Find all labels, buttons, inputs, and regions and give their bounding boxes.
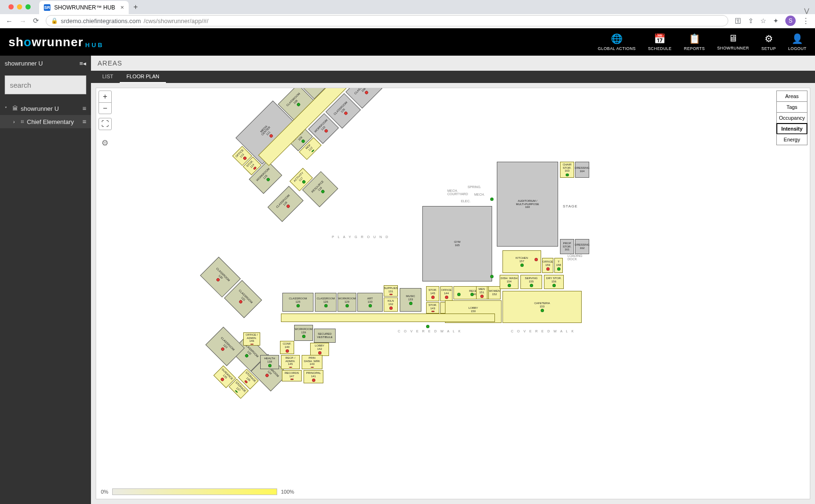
status-dot [311, 367, 314, 368]
room-163[interactable]: CHAIR STOR. 163 [560, 162, 574, 178]
room-138[interactable]: HEALTH 138 [260, 355, 279, 369]
room-corridor[interactable] [281, 314, 495, 322]
sidebar-item-showrunner-u[interactable]: ˅🏛showrunner U≡ [0, 102, 91, 115]
tree-node-icon: ⌗ [21, 118, 24, 125]
zoom-in-button[interactable]: + [99, 91, 111, 102]
layer-toggle-energy[interactable]: Energy [776, 134, 807, 145]
room-139[interactable]: WORKROOM 139 [294, 325, 313, 341]
status-dot [369, 304, 372, 307]
room-155[interactable]: SERVING 155 [520, 275, 542, 289]
status-dot [566, 174, 569, 176]
maximize-window-icon[interactable] [25, 4, 31, 9]
mech-courtyard-label: MECH. COURTYARD [447, 189, 468, 196]
room-164[interactable]: DRESSING 164 [575, 162, 589, 178]
room-160[interactable]: AUDITORIUM / MULTI-PURPOSE 160 [497, 162, 558, 247]
room-154[interactable]: DISH. WASH 154 [500, 275, 519, 289]
room-146[interactable]: OFFICE / ADMIN. 146 [243, 332, 260, 346]
key-icon[interactable]: ⚿ [735, 17, 741, 25]
room-153[interactable]: CAFETERIA 153 [502, 291, 582, 323]
room-label: DISH. WASH 154 [501, 277, 517, 283]
room-144[interactable]: OFFICE 144 [440, 286, 453, 301]
profile-avatar[interactable]: S [785, 16, 796, 26]
header-action-showrunner[interactable]: 🖥SHOWRUNNER [717, 33, 749, 51]
header-action-global-actions[interactable]: 🌐GLOBAL ACTIONS [598, 33, 635, 51]
bookmark-icon[interactable]: ☆ [760, 17, 766, 25]
address-bar[interactable]: 🔒 srdemo.chiefintegrations.com/cws/showr… [46, 15, 728, 26]
status-dot [457, 293, 461, 296]
room-131[interactable]: SUPPLIES 131 [384, 285, 398, 297]
room-145[interactable]: STOR. 145 [426, 286, 439, 301]
close-window-icon[interactable] [8, 4, 14, 9]
room-143[interactable]: STOR. 143 [426, 302, 439, 314]
room-133[interactable]: ART 133 [357, 293, 383, 312]
reload-button[interactable]: ⟳ [33, 17, 39, 25]
search-box[interactable]: 🔍 [5, 75, 86, 94]
status-dot [269, 134, 273, 139]
room-159[interactable]: OFFICE 159 [542, 258, 553, 273]
room-141[interactable]: PRINCIPAL 141 [304, 370, 323, 383]
tab-floor-plan[interactable]: FLOOR PLAN [120, 71, 166, 83]
room-129[interactable]: WORKROOM 129 [338, 293, 356, 312]
room-label: WORKROOM 139 [295, 328, 312, 334]
zoom-out-button[interactable]: − [99, 102, 111, 114]
room-label: PRIN DASH. WRK 143 [304, 356, 320, 366]
map-settings-button[interactable]: ⚙ [99, 137, 111, 149]
menu-icon[interactable]: ≡ [82, 118, 86, 125]
floorplan-canvas[interactable]: CLASSROOM 101CLASSROOM 102CLASSROOM 103C… [96, 88, 810, 499]
room-116[interactable]: CLASSROOM 116 [268, 186, 304, 222]
room-152[interactable]: WOMEN 152 [488, 286, 501, 299]
menu-icon[interactable]: ≡ [82, 105, 86, 112]
new-tab-button[interactable]: + [129, 3, 142, 11]
room-126[interactable]: CLASSROOM 126 [315, 293, 337, 312]
room-151[interactable]: MEN 151 [476, 286, 487, 299]
room-133[interactable]: MUSIC 133 [400, 288, 421, 312]
tab-list[interactable]: LIST [96, 71, 120, 83]
share-icon[interactable]: ⇪ [748, 17, 754, 25]
room-161[interactable]: PROP STOR. 161 [560, 239, 574, 254]
header-action-setup[interactable]: ⚙SETUP [761, 33, 776, 51]
room-132[interactable]: KILN 132 [384, 297, 398, 312]
forward-button[interactable]: → [19, 17, 26, 25]
window-controls[interactable] [4, 0, 35, 14]
header-action-logout[interactable]: 👤LOGOUT [788, 33, 807, 51]
minimize-window-icon[interactable] [17, 4, 22, 9]
status-dot [343, 111, 348, 116]
room-142[interactable]: LOBBY 142 [310, 343, 329, 356]
header-action-reports[interactable]: 📋REPORTS [684, 33, 705, 51]
room-label: RECORDS 147 [285, 372, 299, 378]
room-156[interactable]: DRY STOR. 156 [544, 275, 564, 289]
room-162[interactable]: DRESSING 162 [575, 239, 589, 254]
room-143[interactable]: PRIN DASH. WRK 143 [302, 355, 322, 369]
extensions-icon[interactable]: ✦ [773, 17, 779, 25]
room-label: OFFICE 159 [543, 260, 553, 266]
room-158[interactable]: T 158 [554, 258, 563, 273]
room-157[interactable]: KITCHEN 157 [502, 250, 541, 273]
close-tab-icon[interactable]: × [120, 4, 124, 11]
logo-sub: HUB [85, 41, 104, 49]
chevron-icon: ˅ [5, 106, 9, 111]
back-button[interactable]: ← [6, 17, 13, 25]
sidebar-item-chief-elementary[interactable]: ›⌗Chief Elementary≡ [0, 115, 91, 128]
fullscreen-button[interactable]: ⛶ [99, 118, 111, 130]
sidebar-collapse-icon[interactable]: ≡◂ [79, 60, 86, 67]
layer-toggle-occupancy[interactable]: Occupancy [776, 112, 807, 124]
header-action-schedule[interactable]: 📅SCHEDULE [648, 33, 672, 51]
room-145[interactable]: RECP. / ADMIN. 145 [281, 355, 300, 369]
search-input[interactable] [10, 81, 99, 89]
chrome-menu-icon[interactable]: ⋮ [802, 17, 809, 25]
url-host: srdemo.chiefintegrations.com [61, 17, 141, 25]
status-dot [266, 177, 271, 182]
room-147[interactable]: RECORDS 147 [282, 370, 302, 381]
layer-toggle-intensity[interactable]: Intensity [776, 123, 807, 134]
layer-toggle-areas[interactable]: Areas [776, 91, 807, 102]
room-label: CLASSROOM 116 [275, 194, 292, 211]
room-VESTIBULE[interactable]: SECURED VESTIBULE [314, 329, 336, 343]
room-165[interactable]: GYM 165 [422, 206, 492, 281]
room-125[interactable]: CLASSROOM 125 [282, 293, 313, 312]
layer-toggle-tags[interactable]: Tags [776, 101, 807, 113]
room-140[interactable]: CONF. 140 [280, 341, 294, 354]
tab-dropdown-icon[interactable]: ⋁ [799, 7, 815, 14]
sidebar-item-label: showrunner U [21, 105, 59, 112]
browser-tab[interactable]: SR SHOWRUNNER™ HUB × [39, 1, 129, 14]
room-123[interactable]: CLASSROOM 123 [206, 327, 245, 366]
